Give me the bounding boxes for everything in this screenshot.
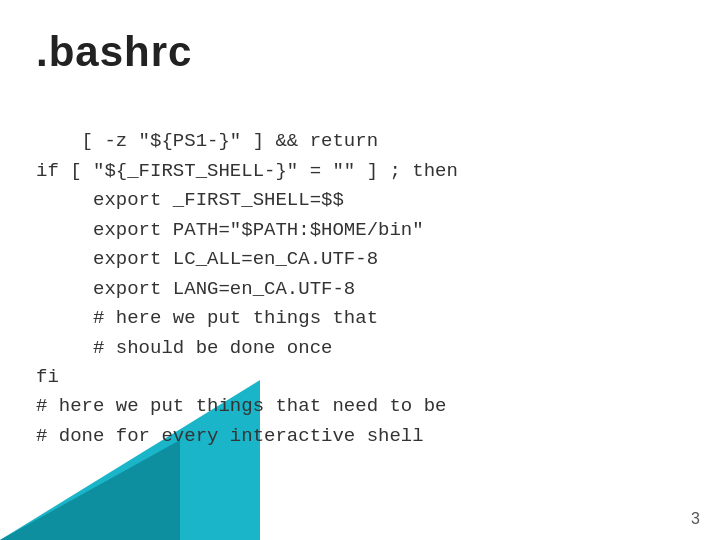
code-line-2: if [ "${_FIRST_SHELL-}" = "" ] ; then [36, 160, 458, 182]
code-line-9: fi [36, 366, 59, 388]
code-block: [ -z "${PS1-}" ] && return if [ "${_FIRS… [36, 98, 684, 481]
code-line-4: export PATH="$PATH:$HOME/bin" [36, 219, 424, 241]
page-number: 3 [691, 510, 700, 528]
code-line-1: [ -z "${PS1-}" ] && return [82, 130, 378, 152]
code-line-8: # should be done once [36, 337, 332, 359]
slide-content: .bashrc [ -z "${PS1-}" ] && return if [ … [0, 0, 720, 501]
code-line-7: # here we put things that [36, 307, 378, 329]
code-line-6: export LANG=en_CA.UTF-8 [36, 278, 355, 300]
code-line-3: export _FIRST_SHELL=$$ [36, 189, 344, 211]
slide-title: .bashrc [36, 28, 684, 76]
code-line-5: export LC_ALL=en_CA.UTF-8 [36, 248, 378, 270]
code-line-11: # done for every interactive shell [36, 425, 424, 447]
code-line-10: # here we put things that need to be [36, 395, 446, 417]
